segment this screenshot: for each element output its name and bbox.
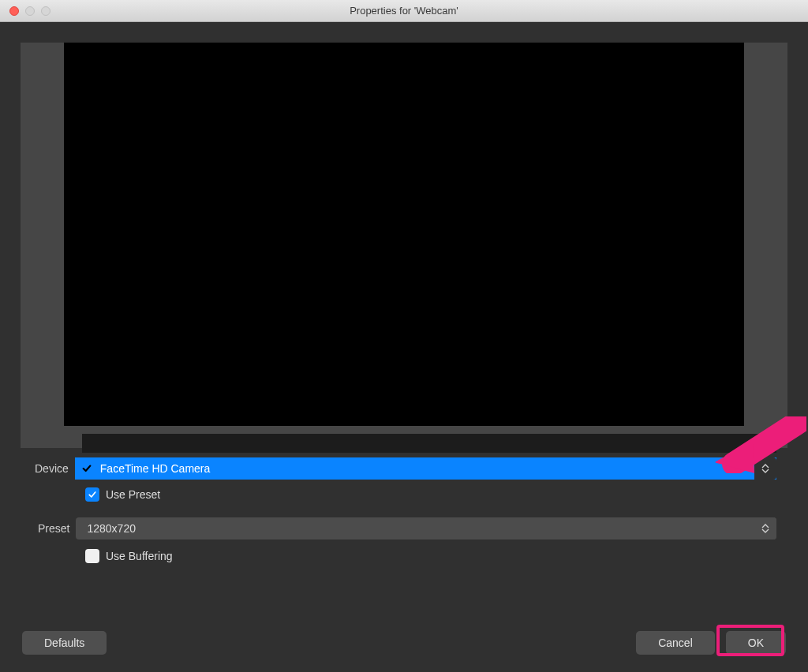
preview-shadow (82, 434, 776, 453)
use-buffering-checkbox[interactable] (85, 549, 99, 563)
titlebar: Properties for 'Webcam' (0, 0, 808, 22)
preview-container (21, 43, 787, 448)
preset-value: 1280x720 (87, 522, 136, 535)
use-preset-label: Use Preset (106, 488, 160, 501)
device-value: FaceTime HD Camera (100, 462, 211, 475)
dialog-body: Device FaceTime HD Camera Use Preset Pre… (0, 22, 808, 672)
device-select-stepper[interactable] (754, 457, 776, 480)
use-buffering-row: Use Buffering (85, 549, 173, 563)
device-row: Device FaceTime HD Camera (35, 457, 776, 480)
use-preset-checkbox[interactable] (85, 487, 99, 502)
webcam-preview (64, 43, 744, 426)
preset-select-stepper[interactable] (754, 517, 776, 539)
cancel-button[interactable]: Cancel (636, 631, 715, 655)
preset-row: Preset 1280x720 (38, 517, 776, 539)
window-title: Properties for 'Webcam' (0, 5, 808, 17)
check-icon (81, 463, 92, 474)
preset-select[interactable]: 1280x720 (76, 517, 776, 539)
minimize-window-button[interactable] (25, 6, 35, 16)
use-buffering-label: Use Buffering (106, 550, 173, 562)
window-controls (0, 6, 50, 16)
device-select[interactable]: FaceTime HD Camera (75, 457, 776, 480)
maximize-window-button[interactable] (41, 6, 50, 16)
preset-label: Preset (38, 522, 69, 535)
device-label: Device (35, 462, 69, 475)
dialog-buttons: Defaults Cancel OK (22, 631, 786, 655)
ok-button[interactable]: OK (726, 631, 786, 655)
close-window-button[interactable] (9, 6, 19, 16)
defaults-button[interactable]: Defaults (22, 631, 107, 655)
use-preset-row: Use Preset (85, 487, 160, 502)
